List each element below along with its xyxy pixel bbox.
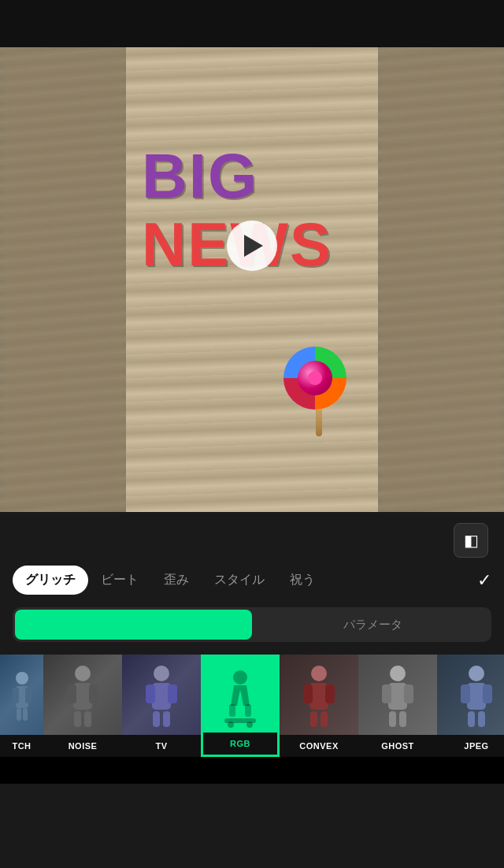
svg-rect-4 <box>17 708 21 721</box>
svg-point-12 <box>154 666 169 681</box>
film-item-jpeg[interactable]: JPEG <box>437 655 504 757</box>
film-thumb-jpeg <box>437 655 504 737</box>
film-thumb-tv <box>122 655 201 737</box>
film-label-noise: NOISE <box>43 735 122 757</box>
big-text-line1: BIG <box>142 142 332 211</box>
side-blur-left <box>0 47 126 512</box>
lollipop-stick <box>316 410 322 436</box>
video-inner-frame: BIG NEWS <box>126 47 378 512</box>
top-bar <box>0 0 504 47</box>
svg-point-18 <box>233 670 247 684</box>
lollipop-inner <box>298 361 332 395</box>
compare-row: ◧ <box>0 512 504 566</box>
svg-point-0 <box>16 672 28 684</box>
svg-point-30 <box>390 666 406 681</box>
toggle-parameter[interactable]: パラメータ <box>254 607 491 642</box>
svg-rect-9 <box>89 684 98 703</box>
film-label-tch: TCH <box>0 735 43 757</box>
compare-icon: ◧ <box>464 531 479 550</box>
film-item-rgb[interactable]: RGB <box>201 655 280 757</box>
film-item-noise[interactable]: NOISE <box>43 655 122 757</box>
svg-point-24 <box>311 666 327 681</box>
svg-rect-34 <box>389 711 396 727</box>
film-thumb-ghost <box>358 655 437 737</box>
svg-point-23 <box>246 721 253 728</box>
controls-section: ◧ グリッチ ビート 歪み スタイル 祝う ✓ パラメータ <box>0 512 504 757</box>
film-thumb-tch <box>0 655 43 737</box>
film-label-tv: TV <box>122 735 201 757</box>
tab-glitch[interactable]: グリッチ <box>13 566 88 595</box>
svg-rect-11 <box>84 711 91 727</box>
svg-rect-15 <box>168 684 177 703</box>
svg-rect-16 <box>153 711 160 727</box>
tab-distort[interactable]: 歪み <box>151 566 202 595</box>
svg-rect-27 <box>325 684 335 703</box>
svg-rect-14 <box>146 684 155 703</box>
film-label-convex: CONVEX <box>280 735 358 757</box>
film-thumb-rgb <box>203 657 277 740</box>
svg-rect-26 <box>303 684 313 703</box>
svg-rect-2 <box>13 688 19 703</box>
confirm-check[interactable]: ✓ <box>477 570 491 591</box>
svg-rect-8 <box>67 684 76 703</box>
lollipop-sticker <box>284 347 354 433</box>
toggle-effect[interactable] <box>15 610 252 640</box>
svg-rect-39 <box>483 684 492 703</box>
svg-rect-32 <box>382 684 391 703</box>
svg-rect-28 <box>310 711 317 727</box>
tab-style[interactable]: スタイル <box>202 566 277 595</box>
video-preview: BIG NEWS <box>0 47 504 512</box>
film-label-ghost: GHOST <box>358 735 437 757</box>
tab-bar: グリッチ ビート 歪み スタイル 祝う ✓ <box>0 566 504 595</box>
film-thumb-noise <box>43 655 122 737</box>
svg-rect-40 <box>468 711 475 727</box>
tab-celebrate[interactable]: 祝う <box>277 566 328 595</box>
toggle-row: パラメータ <box>13 607 491 642</box>
svg-rect-35 <box>399 711 406 727</box>
svg-rect-17 <box>163 711 170 727</box>
svg-rect-41 <box>478 711 485 727</box>
film-item-convex[interactable]: CONVEX <box>280 655 358 757</box>
film-item-tch[interactable]: TCH <box>0 655 43 757</box>
filmstrip: TCH NOISE <box>0 655 504 757</box>
tab-beat[interactable]: ビート <box>88 566 151 595</box>
film-label-jpeg: JPEG <box>437 735 504 757</box>
svg-rect-33 <box>404 684 413 703</box>
svg-rect-20 <box>245 704 251 717</box>
compare-button[interactable]: ◧ <box>454 523 488 558</box>
svg-rect-38 <box>461 684 470 703</box>
lollipop-center <box>308 371 322 385</box>
svg-point-22 <box>228 721 234 728</box>
bottom-bar <box>0 757 504 784</box>
film-item-tv[interactable]: TV <box>122 655 201 757</box>
side-blur-right <box>378 47 504 512</box>
svg-point-6 <box>75 666 91 681</box>
play-button[interactable] <box>227 221 277 271</box>
svg-point-36 <box>469 666 484 681</box>
film-thumb-convex <box>280 655 358 737</box>
film-label-rgb: RGB <box>203 733 277 755</box>
svg-rect-3 <box>25 688 32 703</box>
svg-rect-5 <box>23 708 28 721</box>
film-item-ghost[interactable]: GHOST <box>358 655 437 757</box>
svg-rect-10 <box>74 711 81 727</box>
svg-rect-29 <box>321 711 328 727</box>
svg-rect-19 <box>229 704 235 717</box>
lollipop-circle <box>284 347 346 410</box>
